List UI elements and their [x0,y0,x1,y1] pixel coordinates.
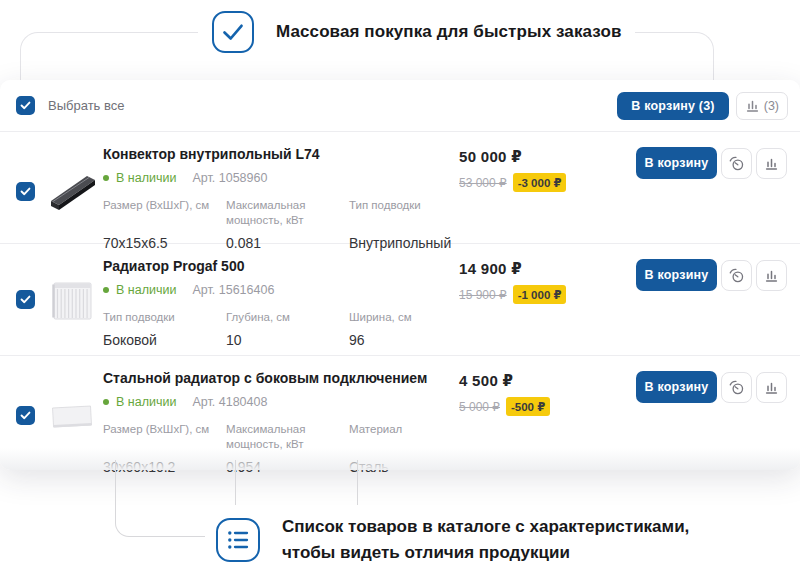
discount-badge: -500 ₽ [506,397,550,416]
stopwatch-icon [728,267,745,284]
stock-badge: В наличии [103,171,176,185]
row-actions: В корзину [636,356,788,403]
spec-label: Максимальная мощность, кВт [226,198,349,228]
availability-row: В наличии Арт. 1058960 [103,171,459,185]
compare-all-button[interactable]: (3) [736,92,788,120]
row-actions: В корзину [636,132,788,179]
select-all-label: Выбрать все [48,98,124,113]
checkbox-check-icon [20,411,31,420]
product-info: Радиатор Progaf 500 В наличии Арт. 15616… [103,244,459,348]
bulk-purchase-card: Выбрать все В корзину (3) (3) Конвектор … [0,80,800,470]
price-block: 4 500 ₽ 5 000 ₽ -500 ₽ [459,356,636,416]
spec-label: Тип подводки [349,198,472,228]
spec-label: Тип подводки [103,310,226,325]
stopwatch-icon [728,379,745,396]
product-checkbox[interactable] [16,182,35,201]
spec-value: 10 [226,332,349,348]
top-callout-label: Массовая покупка для быстрых заказов [276,22,621,42]
product-checkbox[interactable] [16,290,35,309]
quick-order-button[interactable] [721,260,752,291]
table-row: Радиатор Progaf 500 В наличии Арт. 15616… [0,244,800,356]
old-price: 5 000 ₽ [459,400,500,414]
old-price: 53 000 ₽ [459,176,507,190]
product-title[interactable]: Радиатор Progaf 500 [103,258,459,274]
quick-order-button[interactable] [721,372,752,403]
price: 50 000 ₽ [459,148,636,166]
product-sku: Арт. 4180408 [192,395,267,409]
product-checkbox[interactable] [16,406,35,425]
availability-row: В наличии Арт. 4180408 [103,395,459,409]
price-block: 14 900 ₽ 15 900 ₽ -1 000 ₽ [459,244,636,304]
bottom-callout: Список товаров в каталоге с характеристи… [216,514,689,566]
product-sku: Арт. 1058960 [192,171,267,185]
bar-chart-icon [764,380,779,395]
select-all-checkbox[interactable] [16,96,35,115]
checkbox-check-icon [20,295,31,304]
quick-order-button[interactable] [721,148,752,179]
bottom-callout-line1: Список товаров в каталоге с характеристи… [282,517,689,536]
bottom-callout-label: Список товаров в каталоге с характеристи… [282,514,689,566]
compare-button[interactable] [756,260,787,291]
spec-label: Ширина, см [349,310,472,325]
discount-badge: -3 000 ₽ [513,173,567,192]
price: 4 500 ₽ [459,372,636,390]
stock-badge: В наличии [103,395,176,409]
bar-chart-icon [764,156,779,171]
compare-button[interactable] [756,148,787,179]
product-image-steel-panel[interactable] [46,390,98,442]
product-image-radiator[interactable] [46,274,98,326]
add-all-to-cart-button[interactable]: В корзину (3) [617,92,728,120]
leader-line-left [115,460,205,537]
availability-row: В наличии Арт. 15616406 [103,283,459,297]
spec-value: 0.954 [226,459,349,475]
leader-line-middle [235,460,236,505]
spec-label: Максимальная мощность, кВт [226,422,349,452]
compare-count: (3) [764,99,779,113]
old-price: 15 900 ₽ [459,288,507,302]
product-title[interactable]: Конвектор внутрипольный L74 [103,146,459,162]
discount-badge: -1 000 ₽ [513,285,567,304]
bar-chart-icon [745,98,760,113]
spec-value: Боковой [103,332,226,348]
card-header: Выбрать все В корзину (3) (3) [0,80,800,132]
list-icon [216,518,260,562]
price: 14 900 ₽ [459,260,636,278]
add-to-cart-button[interactable]: В корзину [636,147,717,179]
product-image-convector[interactable] [46,166,98,218]
product-info: Стальной радиатор с боковым подключением… [103,356,459,475]
table-row: Стальной радиатор с боковым подключением… [0,356,800,468]
bottom-callout-line2: чтобы видеть отличия продукции [282,543,570,562]
product-info: Конвектор внутрипольный L74 В наличии Ар… [103,132,459,251]
price-block: 50 000 ₽ 53 000 ₽ -3 000 ₽ [459,132,636,192]
leader-line-right [357,460,358,505]
product-sku: Арт. 15616406 [192,283,274,297]
top-callout: Массовая покупка для быстрых заказов [198,9,635,55]
row-actions: В корзину [636,244,788,291]
spec-label: Глубина, см [226,310,349,325]
stock-badge: В наличии [103,283,176,297]
checkbox-check-icon [20,187,31,196]
add-to-cart-button[interactable]: В корзину [636,259,717,291]
checkbox-check-icon [20,101,31,110]
compare-button[interactable] [756,372,787,403]
spec-value: Сталь [349,459,472,475]
spec-list: Тип подводки Боковой Глубина, см 10 Шири… [103,310,459,348]
spec-label: Размер (ВхШхГ), см [103,422,226,452]
spec-label: Размер (ВхШхГ), см [103,198,226,228]
check-icon [212,11,254,53]
spec-label: Материал [349,422,472,452]
product-title[interactable]: Стальной радиатор с боковым подключением [103,370,459,386]
stopwatch-icon [728,155,745,172]
header-actions: В корзину (3) (3) [617,92,788,120]
bar-chart-icon [764,268,779,283]
add-to-cart-button[interactable]: В корзину [636,371,717,403]
spec-value: 96 [349,332,472,348]
table-row: Конвектор внутрипольный L74 В наличии Ар… [0,132,800,244]
